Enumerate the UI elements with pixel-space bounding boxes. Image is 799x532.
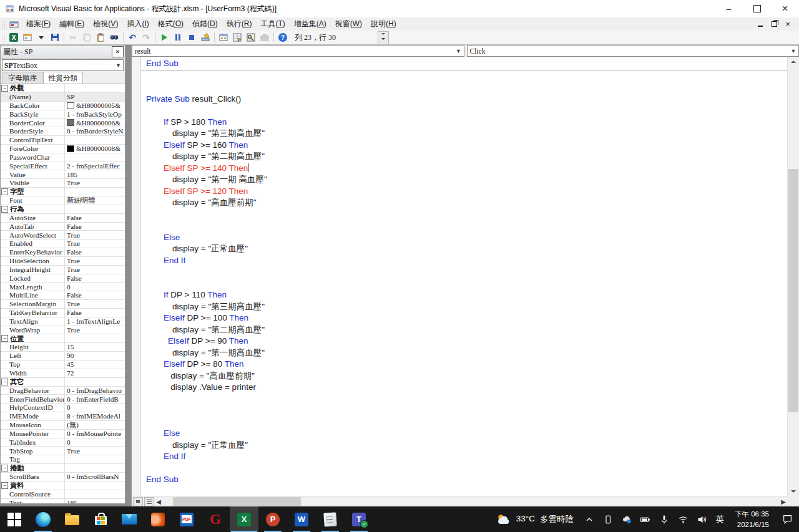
menu-item-o[interactable]: 格式(O) [154,17,188,31]
file-explorer-icon[interactable] [57,506,86,532]
property-category-row[interactable]: −字型 [1,188,125,196]
property-row[interactable]: TabIndex0 [1,438,125,447]
property-row[interactable]: BorderColor&H80000006& [1,118,125,127]
property-category-row[interactable]: −捲動 [1,464,125,473]
excel-icon[interactable]: X [230,506,258,532]
property-row[interactable]: MultiLineFalse [1,291,125,300]
paste-button[interactable] [94,31,107,44]
insert-userform-button[interactable] [21,31,34,44]
collapse-icon[interactable]: − [1,465,8,472]
menu-item-e[interactable]: 編輯(E) [55,17,89,31]
teams-icon[interactable]: T✓ [345,506,373,532]
property-category-row[interactable]: −資料 [1,481,125,490]
vertical-scrollbar[interactable] [787,57,799,496]
property-row[interactable]: (Name)SP [1,93,125,102]
maximize-button[interactable] [743,0,771,17]
menu-item-w[interactable]: 視窗(W) [331,17,366,31]
collapse-icon[interactable]: − [1,335,8,342]
scroll-left-arrow[interactable]: ◀ [154,496,163,506]
close-button[interactable]: × [771,0,799,17]
property-row[interactable]: IMEMode8 - fmIMEModeAl [1,412,125,421]
property-row[interactable]: MousePointer0 - fmMousePointe [1,430,125,438]
tab-categorized[interactable]: 性質分類 [43,72,83,84]
object-selector-combo[interactable]: SP TextBox ▼ [2,59,124,71]
toolbar-options-button[interactable] [378,31,389,45]
property-row[interactable]: MaxLength0 [1,283,125,291]
property-row[interactable]: Font新細明體 [1,196,125,205]
vertical-scroll-thumb[interactable] [788,169,798,412]
menu-item-d[interactable]: 偵錯(D) [188,17,222,31]
pdf-icon[interactable]: PDF [172,506,201,532]
menu-item-v[interactable]: 檢視(V) [89,17,122,31]
property-row[interactable]: SelectionMarginTrue [1,300,125,309]
insert-userform-dropdown[interactable] [34,31,48,44]
volume-icon[interactable] [692,506,711,532]
collapse-icon[interactable]: − [1,85,8,92]
property-row[interactable]: DragBehavior0 - fmDragBehavio [1,387,125,395]
property-row[interactable]: AutoWordSelectTrue [1,231,125,239]
wifi-icon[interactable] [674,506,692,532]
property-row[interactable]: Height15 [1,343,125,352]
horizontal-scroll-thumb[interactable] [173,497,301,506]
property-row[interactable]: ForeColor&H80000008& [1,145,125,153]
property-row[interactable]: EnabledTrue [1,239,125,248]
scroll-right-arrow[interactable]: ▶ [779,496,788,506]
design-mode-button[interactable] [199,31,212,44]
store-icon[interactable] [86,506,115,532]
collapse-icon[interactable]: − [1,188,8,195]
property-row[interactable]: MouseIcon(無) [1,421,125,430]
property-row[interactable]: AutoTabFalse [1,223,125,231]
g-app-icon[interactable]: G [201,506,230,532]
properties-window-button[interactable] [230,31,244,44]
property-row[interactable]: EnterKeyBehaviorFalse [1,248,125,257]
battery-icon[interactable] [636,506,655,532]
property-row[interactable]: HideSelectionTrue [1,257,125,266]
property-category-row[interactable]: −外觀 [1,84,125,93]
property-row[interactable]: IntegralHeightTrue [1,266,125,274]
mail-icon[interactable] [115,506,144,532]
horizontal-scroll-track[interactable] [163,496,779,506]
break-button[interactable] [171,31,185,44]
property-row[interactable]: Value185 [1,170,125,179]
collapse-icon[interactable]: − [1,482,8,489]
menu-item-a[interactable]: 增益集(A) [290,17,331,31]
property-row[interactable]: TabKeyBehaviorFalse [1,309,125,317]
onedrive-icon[interactable] [617,506,636,532]
your-phone-icon[interactable] [599,506,617,532]
reset-button[interactable] [185,31,199,44]
horizontal-scrollbar[interactable]: ◀ ▶ [132,496,788,506]
hidden-icons-chevron[interactable] [580,506,599,532]
office-icon[interactable] [144,506,172,532]
procedure-view-button[interactable] [133,497,143,506]
properties-close-button[interactable]: × [112,46,124,57]
help-button[interactable]: ? [276,31,290,44]
property-row[interactable]: BackColor&H80000005& [1,102,125,110]
property-row[interactable]: EnterFieldBehavior0 - fmEnterFieldB [1,395,125,404]
menubar-grip[interactable] [2,20,5,29]
property-category-row[interactable]: −位置 [1,334,125,343]
code-editor[interactable]: End SubPrivate Sub result_Click()If SP >… [132,57,788,496]
collapse-icon[interactable]: − [1,206,8,213]
property-row[interactable]: Top45 [1,360,125,369]
property-row[interactable]: LockedFalse [1,274,125,283]
property-row[interactable]: ControlSource [1,490,125,499]
property-row[interactable]: PasswordChar [1,153,125,162]
property-row[interactable]: ScrollBars0 - fmScrollBarsN [1,473,125,481]
undo-button[interactable]: ↶ [125,31,139,44]
child-minimize-button[interactable] [757,21,764,28]
microphone-icon[interactable] [655,506,674,532]
property-row[interactable]: Left90 [1,352,125,360]
word-icon[interactable]: W [287,506,316,532]
taskbar-clock[interactable]: 下午 06:35 2021/6/15 [728,509,775,530]
property-row[interactable]: Text185 [1,499,125,504]
action-center-icon[interactable] [775,506,799,532]
property-row[interactable]: TabStopTrue [1,447,125,455]
property-row[interactable]: AutoSizeFalse [1,214,125,223]
powerpoint-icon[interactable]: P [258,506,287,532]
edge-icon[interactable] [29,506,57,532]
property-row[interactable]: HelpContextID0 [1,404,125,412]
menu-item-f[interactable]: 檔案(F) [22,17,55,31]
property-row[interactable]: WordWrapTrue [1,326,125,335]
child-close-button[interactable]: × [784,21,792,28]
weather-widget[interactable]: 33°C多雲時陰 [489,506,580,532]
